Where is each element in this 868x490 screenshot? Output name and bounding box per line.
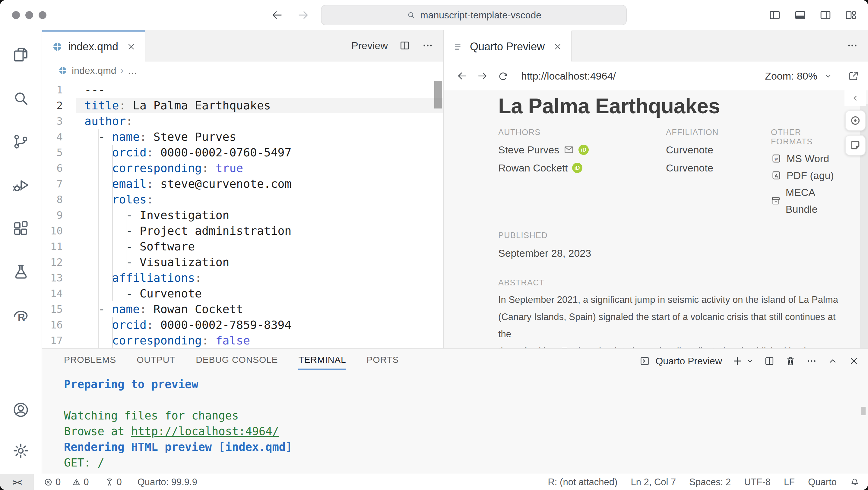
code-line[interactable]: 2title: La Palma Earthquakes xyxy=(42,98,443,113)
open-external-icon[interactable] xyxy=(847,70,860,82)
orcid-icon[interactable]: iD xyxy=(572,163,582,173)
activity-item-files[interactable] xyxy=(6,40,35,69)
tab-quarto-preview[interactable]: Quarto Preview xyxy=(444,30,572,62)
tab-close-icon[interactable] xyxy=(126,41,136,52)
code-line[interactable]: 3author: xyxy=(42,113,443,129)
code-line[interactable]: 9 - Investigation xyxy=(42,207,443,223)
panel-tab-debug-console[interactable]: DEBUG CONSOLE xyxy=(196,351,278,371)
preview-forward-icon[interactable] xyxy=(476,70,489,82)
terminal-output[interactable]: Preparing to preview Watching files for … xyxy=(42,373,868,474)
more-actions-icon[interactable] xyxy=(422,39,434,52)
breadcrumb-file[interactable]: index.qmd xyxy=(72,65,116,76)
more-actions-icon[interactable] xyxy=(846,39,858,52)
code-line[interactable]: 15 - name: Rowan Cockett xyxy=(42,301,443,317)
panel-more-icon[interactable] xyxy=(806,355,817,367)
code-line[interactable]: 14 - Curvenote xyxy=(42,286,443,301)
close-panel-icon[interactable] xyxy=(848,355,860,367)
status-item[interactable]: Spaces: 2 xyxy=(689,477,731,488)
affiliations-list: CurvenoteCurvenote xyxy=(666,141,771,177)
reload-icon[interactable] xyxy=(497,70,509,82)
code-line[interactable]: 16 orcid: 0000-0002-7859-8394 xyxy=(42,317,443,333)
collapse-toc-button[interactable] xyxy=(844,90,866,106)
activity-item-run-debug[interactable] xyxy=(6,170,35,199)
zoom-control[interactable]: Zoom: 80% xyxy=(765,70,833,82)
command-center-search[interactable]: manuscript-template-vscode xyxy=(321,5,627,25)
status-item[interactable]: Quarto xyxy=(808,477,837,488)
panel-tab-output[interactable]: OUTPUT xyxy=(136,351,175,371)
code-line[interactable]: 13 affiliations: xyxy=(42,270,443,286)
status-item[interactable]: Ln 2, Col 7 xyxy=(631,477,676,488)
code-line[interactable]: 17 corresponding: false xyxy=(42,333,443,348)
status-item[interactable]: Quarto: 99.9.9 xyxy=(137,477,197,488)
status-right: R: (not attached)Ln 2, Col 7Spaces: 2UTF… xyxy=(548,477,868,488)
code-line[interactable]: 5 orcid: 0000-0002-0760-5497 xyxy=(42,145,443,160)
history-back-icon[interactable] xyxy=(270,8,283,22)
panel-bottom-icon[interactable] xyxy=(794,9,806,22)
panel-tab-problems[interactable]: PROBLEMS xyxy=(64,351,116,371)
activity-item-r-lang[interactable]: R xyxy=(6,301,35,330)
vscode-window: manuscript-template-vscode R index.qmd xyxy=(0,0,868,490)
activity-item-source-control[interactable] xyxy=(6,127,35,156)
layout-custom-icon[interactable] xyxy=(844,9,857,22)
code-line[interactable]: 1--- xyxy=(42,82,443,98)
breadcrumb[interactable]: index.qmd › … xyxy=(42,62,443,79)
preview-back-icon[interactable] xyxy=(456,70,468,82)
split-terminal-icon[interactable] xyxy=(764,355,775,367)
code-line[interactable]: 7 email: steve@curvenote.com xyxy=(42,176,443,192)
code-line[interactable]: 4 - name: Steve Purves xyxy=(42,129,443,145)
status-item-ports[interactable]: 0 xyxy=(105,477,122,488)
terminal-instance[interactable]: Quarto Preview xyxy=(639,355,722,367)
traffic-lights[interactable] xyxy=(12,11,46,19)
editor-scrollbar[interactable] xyxy=(434,81,442,108)
new-terminal-button[interactable] xyxy=(732,355,754,367)
activity-item-account[interactable] xyxy=(6,395,35,424)
code-line[interactable]: 10 - Project administration xyxy=(42,223,443,239)
window-minimize-button[interactable] xyxy=(25,11,33,19)
activity-item-search[interactable] xyxy=(6,84,35,113)
terminal-link[interactable]: http://localhost:4964/ xyxy=(131,425,279,438)
orcid-icon[interactable]: iD xyxy=(579,145,589,155)
activity-item-testing[interactable] xyxy=(6,257,35,286)
panel-tabs: PROBLEMSOUTPUTDEBUG CONSOLETERMINALPORTS xyxy=(64,351,399,371)
status-item-error[interactable]: 0 xyxy=(43,477,61,488)
formats-list: wMS WordPDF (agu)MECA Bundle xyxy=(771,150,844,218)
preview-group: Quarto Preview http://localhost:4964/ xyxy=(444,30,868,348)
window-close-button[interactable] xyxy=(12,11,20,19)
notes-button[interactable] xyxy=(845,135,866,156)
kill-terminal-icon[interactable] xyxy=(785,355,796,367)
activity-item-gear[interactable] xyxy=(6,436,35,465)
remote-indicator[interactable]: >< xyxy=(0,474,34,490)
window-zoom-button[interactable] xyxy=(39,11,46,19)
sidebar-right-icon[interactable] xyxy=(819,9,832,22)
panel-tab-ports[interactable]: PORTS xyxy=(367,351,399,371)
tab-close-icon[interactable] xyxy=(553,41,563,52)
preview-url[interactable]: http://localhost:4964/ xyxy=(521,70,616,82)
status-item[interactable]: UTF-8 xyxy=(744,477,771,488)
breadcrumb-more[interactable]: … xyxy=(128,65,137,76)
status-item[interactable]: R: (not attached) xyxy=(548,477,617,488)
history-forward-icon[interactable] xyxy=(297,8,310,22)
format-link-word[interactable]: wMS Word xyxy=(771,150,844,167)
code-line[interactable]: 8 roles: xyxy=(42,192,443,207)
split-editor-icon[interactable] xyxy=(399,39,411,52)
code-line[interactable]: 11 - Software xyxy=(42,239,443,254)
preview-action-label[interactable]: Preview xyxy=(351,40,388,52)
terminal-scrollbar[interactable] xyxy=(861,407,866,415)
sidebar-left-icon[interactable] xyxy=(769,9,781,22)
code-line[interactable]: 12 - Visualization xyxy=(42,254,443,270)
status-text: 0 xyxy=(84,477,89,488)
panel-tab-terminal[interactable]: TERMINAL xyxy=(298,351,346,371)
format-link-pdf[interactable]: PDF (agu) xyxy=(771,167,844,184)
code-line[interactable]: 6 corresponding: true xyxy=(42,160,443,176)
format-link-meca[interactable]: MECA Bundle xyxy=(771,184,844,218)
status-item-bell[interactable] xyxy=(850,477,860,487)
code-editor[interactable]: 1---2title: La Palma Earthquakes3author:… xyxy=(42,79,443,348)
activity-item-extensions[interactable] xyxy=(6,214,35,243)
tab-index-qmd[interactable]: index.qmd xyxy=(42,30,145,62)
maximize-panel-icon[interactable] xyxy=(827,355,838,367)
mail-icon[interactable] xyxy=(563,144,574,155)
status-item-warning[interactable]: 0 xyxy=(71,477,89,488)
terminal-line xyxy=(64,392,868,408)
visibility-button[interactable] xyxy=(845,110,866,131)
status-item[interactable]: LF xyxy=(784,477,795,488)
